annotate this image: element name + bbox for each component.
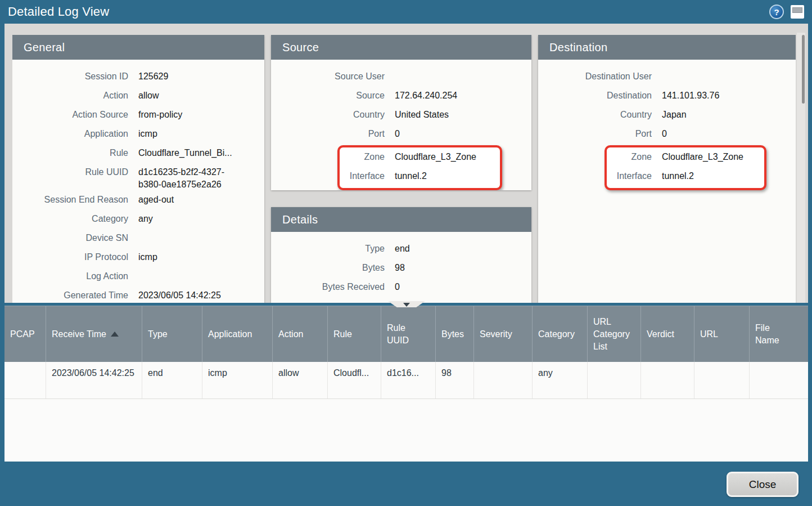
col-header-rule[interactable]: Rule (328, 306, 381, 362)
cell-severity (474, 362, 533, 398)
cell-receive-time: 2023/06/05 14:42:25 (46, 362, 142, 398)
col-header-receive-time[interactable]: Receive Time (46, 306, 142, 362)
field-row-rule: RuleCloudflare_Tunnel_Bi... (12, 144, 258, 163)
col-header-verdict[interactable]: Verdict (641, 306, 694, 362)
field-label: Action (12, 89, 128, 102)
field-row-interface: Interfacetunnel.2 (340, 167, 500, 186)
field-label: Interface (607, 170, 652, 182)
field-label: Session ID (12, 70, 128, 83)
field-label: Source User (271, 70, 385, 83)
field-row-session-end-reason: Session End Reasonaged-out (12, 191, 258, 210)
col-header-rule-uuid[interactable]: Rule UUID (381, 306, 436, 362)
field-row-generated-time: Generated Time2023/06/05 14:42:25 (12, 286, 258, 303)
field-value: any (138, 213, 153, 225)
titlebar: Detailed Log View ? (0, 0, 812, 24)
field-label: Destination User (538, 70, 652, 83)
field-row-type: Typeend (271, 240, 525, 259)
destination-zone-highlight-box: ZoneCloudflare_L3_Zone Interfacetunnel.2 (605, 145, 766, 190)
col-header-type[interactable]: Type (142, 306, 202, 362)
field-row-device-sn: Device SN (12, 229, 258, 248)
source-panel-body: Source User Source172.64.240.254 Country… (271, 60, 531, 190)
field-label: Rule (12, 147, 128, 159)
col-header-pcap[interactable]: PCAP (4, 306, 46, 362)
window-icon-pane (792, 7, 802, 13)
field-value: 172.64.240.254 (395, 89, 457, 102)
field-row-destination: Destination141.101.93.76 (538, 87, 789, 106)
field-label: Log Action (12, 270, 128, 283)
chevron-down-icon (403, 303, 410, 307)
field-row-port: Port0 (271, 125, 525, 144)
field-row-country: CountryUnited States (271, 106, 525, 125)
log-table-row[interactable]: 2023/06/05 14:42:25 end icmp allow Cloud… (4, 362, 808, 399)
close-button[interactable]: Close (727, 472, 799, 497)
cell-url (694, 362, 750, 398)
cell-pcap (4, 362, 46, 398)
cell-url-category-list (588, 362, 641, 398)
vertical-scrollbar[interactable] (797, 33, 805, 303)
field-row-bytes: Bytes98 (271, 259, 525, 278)
cell-application: icmp (202, 362, 273, 398)
field-label: Port (538, 128, 652, 140)
col-header-application[interactable]: Application (202, 306, 273, 362)
field-label: Generated Time (12, 289, 128, 302)
field-row-application: Applicationicmp (12, 125, 258, 144)
field-value: Japan (662, 109, 687, 121)
col-header-action[interactable]: Action (273, 306, 328, 362)
col-header-bytes[interactable]: Bytes (436, 306, 474, 362)
scrollbar-thumb[interactable] (802, 35, 805, 104)
field-value: Cloudflare_L3_Zone (662, 151, 743, 163)
field-value: icmp (138, 251, 157, 263)
field-label: Destination (538, 89, 652, 102)
details-panel-header: Details (271, 207, 531, 232)
page-title: Detailed Log View (8, 5, 109, 19)
field-label: IP Protocol (12, 251, 128, 263)
field-value: 2023/06/05 14:42:25 (138, 289, 221, 302)
field-value: 0 (395, 281, 400, 293)
field-value: tunnel.2 (662, 170, 694, 182)
field-row-source: Source172.64.240.254 (271, 87, 525, 106)
field-row-session-id: Session ID125629 (12, 68, 258, 87)
field-row-interface: Interfacetunnel.2 (607, 167, 764, 186)
field-value: end (395, 243, 410, 255)
field-value: 125629 (138, 70, 168, 83)
field-label: Session End Reason (12, 194, 128, 206)
general-panel-body: Session ID125629 Actionallow Action Sour… (12, 60, 264, 303)
source-panel: Source Source User Source172.64.240.254 … (271, 35, 531, 190)
log-table: PCAP Receive Time Type Application Actio… (4, 306, 808, 462)
cell-category: any (533, 362, 588, 398)
cell-file-name (750, 362, 808, 398)
field-row-country: CountryJapan (538, 106, 789, 125)
col-header-url[interactable]: URL (694, 306, 750, 362)
field-label: Interface (340, 170, 385, 182)
col-header-severity[interactable]: Severity (474, 306, 533, 362)
col-header-url-category-list[interactable]: URL Category List (588, 306, 641, 362)
col-header-category[interactable]: Category (533, 306, 588, 362)
field-value: 141.101.93.76 (662, 89, 719, 102)
col-header-file-name[interactable]: File Name (750, 306, 808, 362)
field-row-action: Actionallow (12, 87, 258, 106)
details-panel: Details Typeend Bytes98 Bytes Received0 (271, 207, 531, 303)
window-icon[interactable] (791, 5, 804, 19)
panels-container: General Session ID125629 Actionallow Act… (12, 35, 796, 303)
field-row-ip-protocol: IP Protocolicmp (12, 248, 258, 267)
field-row-zone: ZoneCloudflare_L3_Zone (607, 148, 764, 167)
field-label: Country (538, 109, 652, 121)
field-value: tunnel.2 (395, 170, 427, 182)
field-value: Cloudflare_L3_Zone (395, 151, 476, 163)
field-value: 0 (395, 128, 400, 140)
field-label: Source (271, 89, 385, 102)
field-label: Category (12, 213, 128, 225)
sort-asc-icon (111, 332, 119, 337)
field-value: 0 (662, 128, 667, 140)
destination-panel: Destination Destination User Destination… (538, 35, 796, 303)
destination-panel-body: Destination User Destination141.101.93.7… (538, 60, 796, 190)
help-icon[interactable]: ? (769, 5, 784, 19)
log-table-header: PCAP Receive Time Type Application Actio… (4, 306, 808, 362)
field-label: Port (271, 128, 385, 140)
field-label: Device SN (12, 232, 128, 244)
cell-rule: Cloudfl... (328, 362, 381, 398)
field-row-zone: ZoneCloudflare_L3_Zone (340, 148, 500, 167)
field-label: Action Source (12, 109, 128, 121)
cell-bytes: 98 (436, 362, 474, 398)
field-value: from-policy (138, 109, 182, 121)
